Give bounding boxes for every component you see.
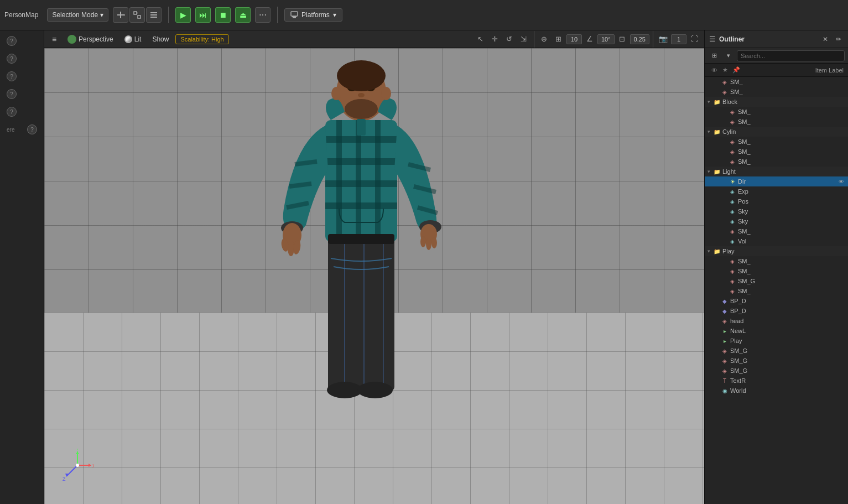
outliner-close-btn[interactable]: ✕ [820, 34, 830, 44]
tree-item-8[interactable]: ◈SM_ [705, 147, 848, 157]
outliner-search-input[interactable] [737, 50, 845, 61]
tree-arrow-18[interactable]: ▾ [705, 248, 712, 254]
sidebar-item-2[interactable]: ? [2, 50, 41, 67]
tree-arrow-3[interactable]: ▾ [705, 99, 712, 105]
tree-item-12[interactable]: ◈Exp [705, 186, 848, 196]
tree-item-24[interactable]: ◆BP_D [705, 306, 848, 316]
tree-item-10[interactable]: ▾📁Light [705, 167, 848, 176]
scale-marker[interactable]: ⊡ [616, 33, 629, 46]
sidebar-help-6[interactable]: ? [27, 124, 37, 134]
svg-line-28 [289, 184, 311, 186]
angle-value[interactable]: 10° [597, 34, 615, 44]
sidebar-item-5[interactable]: ? [2, 103, 41, 120]
tree-item-20[interactable]: ◈SM_ [705, 266, 848, 276]
sidebar-item-6[interactable]: ere ? [2, 121, 41, 138]
tree-item-16[interactable]: ◈SM_ [705, 226, 848, 236]
camera-btn[interactable]: 📷 [657, 33, 670, 46]
outliner-filter-all-btn[interactable]: ⊞ [708, 50, 720, 62]
sidebar-help-1[interactable]: ? [7, 36, 17, 46]
tree-item-6[interactable]: ▾📁Cylin [705, 127, 848, 137]
tree-item-23[interactable]: ◆BP_D [705, 296, 848, 306]
svg-rect-3 [134, 12, 137, 14]
tree-item-17[interactable]: ◈Vol [705, 236, 848, 246]
svg-rect-1 [117, 14, 124, 15]
col-visibility-icon[interactable]: 👁 [709, 65, 719, 75]
platforms-dropdown[interactable]: Platforms ▾ [284, 8, 342, 22]
tree-label-23: BP_D [729, 298, 846, 304]
selection-mode-dropdown[interactable]: Selection Mode ▾ [47, 8, 108, 22]
tree-item-14[interactable]: ◈Sky [705, 206, 848, 216]
add-actor-btn[interactable] [113, 7, 128, 23]
scalability-badge[interactable]: Scalability: High [175, 34, 228, 44]
grid-snap-btn[interactable]: ⊞ [552, 33, 565, 46]
tree-item-15[interactable]: ◈Sky [705, 216, 848, 226]
viewport-menu-btn[interactable]: ≡ [48, 33, 61, 46]
tree-icon-18: 📁 [712, 247, 721, 256]
scale-value[interactable]: 0.25 [630, 34, 649, 44]
svg-point-49 [357, 382, 393, 398]
col-star-icon[interactable]: ★ [720, 65, 730, 75]
tree-item-13[interactable]: ◈Pos [705, 196, 848, 206]
sequence-btn[interactable] [146, 7, 162, 23]
outliner-edit-btn[interactable]: ✏ [834, 34, 844, 44]
scalability-label: Scalability: High [180, 36, 223, 43]
tree-item-2[interactable]: ◈SM_ [705, 87, 848, 97]
tree-item-31[interactable]: TTextR [705, 376, 848, 386]
stop-icon: ⏹ [219, 11, 227, 19]
sidebar-help-5[interactable]: ? [7, 107, 17, 117]
sidebar-item-4[interactable]: ? [2, 86, 41, 102]
tree-item-5[interactable]: ◈SM_ [705, 117, 848, 127]
grid-number[interactable]: 10 [566, 34, 582, 44]
tree-item-3[interactable]: ▾📁Block [705, 97, 848, 107]
angle-btn[interactable]: ∠ [583, 33, 596, 46]
tree-item-21[interactable]: ◈SM_G [705, 276, 848, 286]
tree-item-25[interactable]: ◈head [705, 316, 848, 326]
col-lock-icon[interactable]: 📌 [731, 65, 741, 75]
tree-item-1[interactable]: ◈SM_ [705, 77, 848, 87]
tree-item-19[interactable]: ◈SM_ [705, 256, 848, 266]
sidebar-item-1[interactable]: ? [2, 33, 41, 49]
tree-item-9[interactable]: ◈SM_ [705, 157, 848, 167]
rotate-btn[interactable]: ↺ [503, 33, 516, 46]
tree-item-4[interactable]: ◈SM_ [705, 107, 848, 117]
outliner-filter-arrow-btn[interactable]: ▾ [722, 50, 735, 62]
tree-visibility-11[interactable]: 👁 [837, 177, 846, 186]
globe-btn[interactable]: ⊕ [538, 33, 551, 46]
tree-item-7[interactable]: ◈SM_ [705, 137, 848, 147]
tree-item-22[interactable]: ◈SM_ [705, 286, 848, 296]
scale-btn[interactable]: ⇲ [517, 33, 530, 46]
tree-item-11[interactable]: ☀Dir👁 [705, 176, 848, 186]
tree-label-15: Sky [737, 218, 846, 225]
svg-line-27 [295, 162, 317, 164]
tree-item-29[interactable]: ◈SM_G [705, 356, 848, 366]
tree-arrow-6[interactable]: ▾ [705, 129, 712, 134]
fullscreen-btn[interactable]: ⛶ [688, 33, 701, 46]
tree-item-18[interactable]: ▾📁Play [705, 246, 848, 256]
step-btn[interactable]: ⏭ [195, 7, 211, 23]
tree-item-27[interactable]: ▸Play [705, 336, 848, 346]
tree-label-9: SM_ [737, 158, 846, 165]
lit-btn[interactable]: Lit [120, 34, 146, 44]
svg-line-59 [66, 465, 77, 476]
sidebar-help-3[interactable]: ? [7, 71, 17, 81]
more-tools-btn[interactable]: ⋯ [255, 7, 270, 23]
perspective-btn[interactable]: Perspective [63, 34, 118, 45]
stop-btn[interactable]: ⏹ [215, 7, 231, 23]
tree-item-32[interactable]: ◉World [705, 386, 848, 396]
transform-cross-btn[interactable]: ✛ [488, 33, 502, 46]
play-btn[interactable]: ▶ [175, 7, 191, 23]
tree-item-26[interactable]: ▸NewL [705, 326, 848, 336]
tree-item-30[interactable]: ◈SM_G [705, 366, 848, 376]
tree-arrow-10[interactable]: ▾ [705, 169, 712, 174]
sidebar-item-3[interactable]: ? [2, 68, 41, 85]
viewport-canvas[interactable]: X Y Z [44, 48, 704, 504]
camera-number[interactable]: 1 [671, 34, 686, 44]
sidebar-help-2[interactable]: ? [7, 54, 17, 64]
top-menubar: PersonMap Selection Mode ▾ ▶ ⏭ ⏹ ⏏ ⋯ Pla… [0, 0, 848, 30]
snap-btn[interactable] [129, 7, 145, 23]
tree-item-28[interactable]: ◈SM_G [705, 346, 848, 356]
select-arrow-btn[interactable]: ↖ [474, 33, 487, 46]
sidebar-help-4[interactable]: ? [7, 89, 17, 99]
show-btn[interactable]: Show [148, 34, 173, 44]
eject-btn[interactable]: ⏏ [235, 7, 251, 23]
